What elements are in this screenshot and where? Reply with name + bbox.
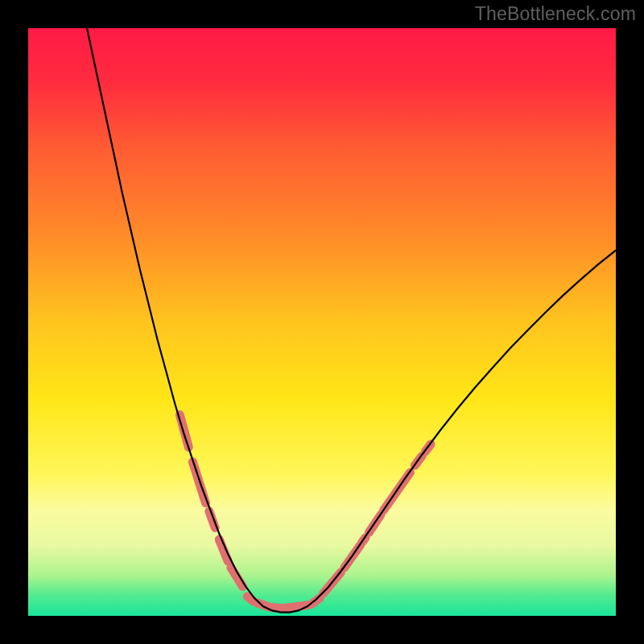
chart-frame: TheBottleneck.com [0, 0, 644, 644]
gradient-background [28, 28, 616, 616]
plot-area [28, 28, 616, 616]
watermark-text: TheBottleneck.com [475, 3, 636, 25]
highlight-segment [272, 608, 281, 609]
bottleneck-chart [28, 28, 616, 616]
highlight-segment [247, 597, 253, 601]
